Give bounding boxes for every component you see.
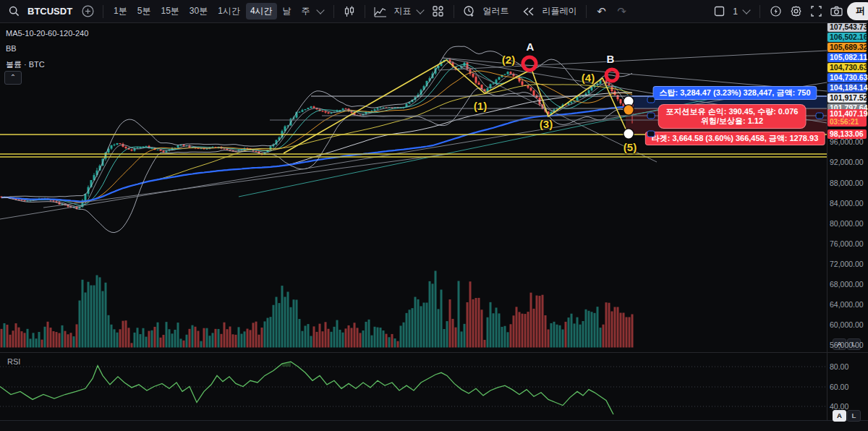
price-label-106,502.16: 106,502.16 (827, 33, 867, 42)
price-label-98,133.06: 98,133.06 (827, 129, 867, 139)
publish-button[interactable]: 퍼 (847, 2, 868, 20)
anchor-dot-2[interactable] (624, 129, 634, 139)
timeframe-30분[interactable]: 30분 (185, 3, 212, 20)
indicators-chevron-down-icon[interactable] (416, 6, 424, 14)
legend-bb[interactable]: BB (6, 44, 17, 53)
toolbar-left: BTCUSDT 1분5분15분30분1시간4시간날주 지표 얼러트 리플레이 ↶ (4, 3, 631, 20)
timeframe-날[interactable]: 날 (278, 3, 296, 20)
drawing-handle-1[interactable] (647, 113, 655, 119)
price-label-107,543.73: 107,543.73 (827, 22, 867, 32)
candle-countdown: 03:56:21 (830, 118, 867, 126)
legend-ma[interactable]: MA5-10-20-60-120-240 (6, 29, 88, 38)
indicators-label[interactable]: 지표 (394, 5, 412, 17)
layout-chevron-down-icon[interactable] (742, 6, 750, 14)
current-price-label: 101,407.1903:56:21 (827, 109, 867, 127)
price-label-101,917.52: 101,917.52 (827, 93, 867, 103)
wave-label-3: (3) (540, 118, 553, 130)
wave-label-B: B (607, 53, 615, 65)
drawing-handle-0[interactable] (647, 97, 655, 103)
rsi-pane-label[interactable]: RSI (7, 357, 20, 366)
price-label-104,184.14: 104,184.14 (827, 83, 867, 93)
price-label-105,082.11: 105,082.11 (827, 53, 867, 62)
drawing-handle-2[interactable] (647, 131, 655, 137)
price-tick-56,000.00: 56,000.00 (830, 341, 866, 349)
rsi-scale-log-button[interactable]: L (847, 410, 861, 422)
replay-icon[interactable] (519, 3, 538, 20)
toolbar-separator (586, 5, 587, 18)
position-pnl-line2: 위험/보상율: 1.12 (666, 116, 799, 126)
price-tick-64,000.00: 64,000.00 (830, 300, 866, 309)
candle-style-icon[interactable] (340, 3, 359, 20)
fullscreen-icon[interactable] (807, 3, 825, 20)
timeframe-group: 1분5분15분30분1시간4시간날주 (109, 3, 314, 20)
price-label-105,689.32: 105,689.32 (827, 43, 867, 52)
drawing-handle-3[interactable] (816, 113, 824, 119)
main-chart-svg[interactable] (0, 0, 868, 431)
price-tick-92,000.00: 92,000.00 (830, 158, 866, 166)
toolbar-separator (333, 5, 334, 18)
highlight-circle-A[interactable] (522, 56, 538, 72)
timeframe-1시간[interactable]: 1시간 (213, 3, 244, 20)
timeframe-chevron-down-icon[interactable] (316, 6, 324, 14)
wave-label-A: A (527, 40, 535, 53)
layout-icon[interactable] (710, 3, 728, 20)
indicators-icon[interactable] (371, 3, 390, 20)
highlight-circle-B[interactable] (605, 68, 620, 83)
layout-count[interactable]: 1 (733, 7, 738, 17)
timeframe-4시간[interactable]: 4시간 (246, 3, 277, 20)
quick-settings-icon[interactable] (766, 3, 785, 20)
rsi-tick-40.00: 40.00 (830, 402, 866, 411)
wave-label-5: (5) (624, 141, 637, 153)
timeframe-1분[interactable]: 1분 (109, 3, 132, 20)
price-tick-80,000.00: 80,000.00 (830, 219, 866, 228)
timeframe-주[interactable]: 주 (297, 3, 315, 20)
legend-collapse-button[interactable]: ⌃ (4, 71, 22, 85)
time-axis[interactable] (0, 420, 868, 431)
toolbar-separator (454, 5, 454, 18)
settings-gear-icon[interactable] (786, 3, 805, 20)
price-label-104,730.63: 104,730.63 (827, 73, 867, 82)
position-pnl-label[interactable]: 포지션보유 손익: 390.45, 수량: 0.076 위험/보상율: 1.12 (658, 104, 807, 129)
price-tick-84,000.00: 84,000.00 (830, 199, 866, 208)
price-label-104,730.63: 104,730.63 (827, 63, 867, 72)
position-pnl-line1: 포지션보유 손익: 390.45, 수량: 0.076 (666, 107, 799, 116)
current-price-value: 101,407.19 (830, 110, 867, 118)
alert-icon[interactable] (460, 3, 479, 20)
screenshot-camera-icon[interactable] (827, 3, 846, 20)
alert-label[interactable]: 얼러트 (483, 5, 509, 17)
anchor-dot-1[interactable] (624, 106, 634, 115)
compare-add-icon[interactable] (78, 3, 97, 20)
price-tick-76,000.00: 76,000.00 (830, 239, 866, 248)
rsi-scale-auto-button[interactable]: A (833, 410, 846, 422)
price-tick-88,000.00: 88,000.00 (830, 179, 866, 187)
rsi-tick-60.00: 60.00 (830, 383, 866, 391)
price-tick-72,000.00: 72,000.00 (830, 260, 866, 268)
position-stop-label[interactable]: 스탑: 3,284.47 (3.23%) 328,447, 금액: 750 (652, 86, 817, 100)
symbol-name[interactable]: BTCUSDT (27, 6, 72, 17)
timeframe-15분[interactable]: 15분 (156, 3, 183, 20)
undo-icon[interactable]: ↶ (592, 3, 611, 20)
price-tick-68,000.00: 68,000.00 (830, 280, 866, 289)
toolbar-right: 1 퍼 (710, 2, 864, 20)
price-tick-60,000.00: 60,000.00 (830, 320, 866, 329)
top-toolbar: BTCUSDT 1분5분15분30분1시간4시간날주 지표 얼러트 리플레이 ↶ (0, 0, 868, 23)
toolbar-separator (103, 5, 103, 18)
indicator-templates-icon[interactable] (429, 3, 448, 20)
wave-label-1: (1) (474, 100, 487, 112)
replay-label[interactable]: 리플레이 (542, 5, 577, 17)
position-target-label[interactable]: 타겟: 3,664.58 (3.60%) 366,458, 금액: 1278.9… (645, 132, 825, 145)
rsi-tick-80.00: 80.00 (830, 362, 866, 371)
timeframe-5분[interactable]: 5분 (133, 3, 156, 20)
legend-volume[interactable]: 볼륨 · BTC (6, 59, 45, 70)
toolbar-separator (365, 5, 365, 18)
redo-icon[interactable]: ↷ (613, 3, 631, 20)
wave-label-4: (4) (582, 72, 595, 84)
search-icon[interactable] (4, 3, 23, 20)
wave-label-2: (2) (502, 54, 515, 66)
toolbar-separator (760, 5, 760, 18)
